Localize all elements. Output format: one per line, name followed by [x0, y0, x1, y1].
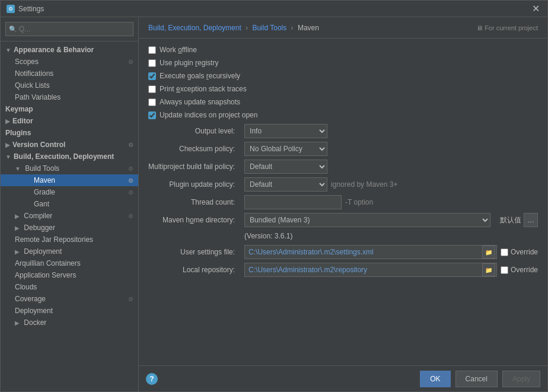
- window-title: Settings: [18, 5, 530, 13]
- local-repo-input[interactable]: [246, 263, 482, 277]
- output-level-control: Info Debug Error: [244, 124, 538, 138]
- use-plugin-registry-checkbox[interactable]: [148, 59, 156, 67]
- checksum-policy-control: No Global Policy Warn Fail Ignore: [244, 142, 538, 156]
- default-label: 默认值: [493, 215, 521, 225]
- update-indices-checkbox[interactable]: [148, 111, 156, 119]
- plugin-update-note: ignored by Maven 3+: [331, 180, 397, 189]
- sidebar-item-label: Gradle: [5, 188, 55, 196]
- use-plugin-registry-label: Use plugin registry: [160, 59, 218, 67]
- override-settings-label: Override: [511, 248, 538, 256]
- multiproject-select[interactable]: Default Never At End Immediately: [244, 160, 327, 174]
- sidebar-item-build-execution[interactable]: ▼ Build, Execution, Deployment: [1, 151, 138, 162]
- user-settings-override-checkbox[interactable]: [501, 248, 508, 256]
- multiproject-control: Default Never At End Immediately: [244, 160, 538, 174]
- local-repo-label: Local repository:: [148, 266, 240, 274]
- plugin-update-select[interactable]: Default Always Never Daily: [244, 177, 327, 192]
- sidebar-item-label: ▶ Deployment: [5, 247, 62, 256]
- local-repo-control: 📁 Override: [244, 263, 538, 277]
- sidebar-item-label: Scopes: [5, 58, 39, 66]
- breadcrumb: Build, Execution, Deployment › Build Too…: [139, 17, 547, 39]
- work-offline-label: Work offline: [160, 46, 197, 54]
- user-settings-override: Override: [501, 248, 538, 256]
- local-repo-override-checkbox[interactable]: [501, 266, 508, 274]
- sidebar-item-path-variables[interactable]: Path Variables: [1, 91, 138, 103]
- breadcrumb-part-1[interactable]: Build, Execution, Deployment: [148, 24, 241, 32]
- search-input[interactable]: [5, 22, 133, 36]
- for-current-project: 🖥 For current project: [476, 24, 538, 31]
- work-offline-checkbox[interactable]: [148, 46, 156, 54]
- local-repo-override: Override: [501, 266, 538, 274]
- thread-count-note: -T option: [345, 198, 373, 206]
- sidebar-item-app-servers[interactable]: Application Servers: [1, 269, 138, 281]
- gear-icon: ⚙: [128, 296, 133, 302]
- search-icon: 🔍: [9, 26, 17, 33]
- thread-count-input[interactable]: [244, 195, 342, 209]
- user-settings-input[interactable]: [246, 245, 482, 259]
- sidebar-item-label: ▶ Debugger: [5, 224, 55, 232]
- always-update-checkbox[interactable]: [148, 98, 156, 106]
- breadcrumb-part-2[interactable]: Build Tools: [252, 24, 286, 32]
- sidebar-item-arquillian[interactable]: Arquillian Containers: [1, 257, 138, 269]
- user-settings-path-container: 📁: [244, 245, 497, 259]
- close-button[interactable]: ✕: [530, 3, 541, 15]
- gear-icon: ⚙: [128, 142, 133, 148]
- chevron-right-icon: ▶: [15, 213, 20, 219]
- search-wrapper: 🔍: [5, 22, 133, 36]
- sidebar-item-label: Coverage: [5, 295, 46, 303]
- sidebar-item-keymap[interactable]: Keymap: [1, 103, 138, 115]
- maven-form-grid: Output level: Info Debug Error Checksum …: [148, 124, 538, 277]
- sidebar-item-notifications[interactable]: Notifications: [1, 68, 138, 79]
- gear-icon: ⚙: [128, 213, 133, 219]
- sidebar-item-plugins[interactable]: Plugins: [1, 127, 138, 139]
- sidebar-item-label: Keymap: [5, 105, 33, 113]
- output-level-select[interactable]: Info Debug Error: [244, 124, 327, 138]
- settings-window: ⚙ Settings ✕ 🔍 ▼ Appearance & Behavior: [0, 0, 548, 392]
- chevron-right-icon: ▶: [5, 118, 10, 125]
- user-settings-browse-button[interactable]: 📁: [482, 246, 495, 259]
- breadcrumb-text: Build, Execution, Deployment › Build Too…: [148, 24, 319, 32]
- help-button[interactable]: ?: [146, 373, 158, 385]
- sidebar-item-scopes[interactable]: Scopes ⚙: [1, 56, 138, 68]
- apply-button[interactable]: Apply: [502, 371, 540, 387]
- main-content: 🔍 ▼ Appearance & Behavior Scopes ⚙ Notif…: [1, 17, 547, 391]
- sidebar-item-compiler[interactable]: ▶ Compiler ⚙: [1, 210, 138, 222]
- sidebar-item-appearance[interactable]: ▼ Appearance & Behavior: [1, 44, 138, 56]
- sidebar-item-label: Quick Lists: [5, 81, 50, 90]
- ok-button[interactable]: OK: [420, 371, 450, 387]
- sidebar-item-clouds[interactable]: Clouds: [1, 281, 138, 293]
- execute-goals-checkbox[interactable]: [148, 72, 156, 80]
- cancel-button[interactable]: Cancel: [455, 371, 498, 387]
- maven-home-browse-button[interactable]: …: [524, 213, 538, 227]
- always-update-row: Always update snapshots: [148, 98, 538, 106]
- always-update-label: Always update snapshots: [160, 98, 240, 106]
- sidebar-item-docker[interactable]: ▶ Docker: [1, 317, 138, 329]
- sidebar-item-quick-lists[interactable]: Quick Lists: [1, 79, 138, 91]
- sidebar-item-deployment2[interactable]: Deployment: [1, 305, 138, 317]
- override-repo-label: Override: [511, 266, 538, 274]
- app-icon: ⚙: [7, 5, 15, 13]
- update-indices-row: Update indices on project open: [148, 111, 538, 119]
- checksum-policy-select[interactable]: No Global Policy Warn Fail Ignore: [244, 142, 327, 156]
- sidebar-item-build-tools[interactable]: ▼ Build Tools ⚙: [1, 162, 138, 174]
- sidebar-item-maven[interactable]: Maven ⚙: [1, 174, 138, 186]
- sidebar-item-remote-jar[interactable]: Remote Jar Repositories: [1, 234, 138, 246]
- chevron-right-icon: ▶: [15, 248, 20, 255]
- checksum-policy-label: Checksum policy:: [148, 145, 240, 153]
- sidebar-item-editor[interactable]: ▶ Editor: [1, 115, 138, 127]
- sidebar-item-label: Clouds: [5, 283, 37, 291]
- maven-home-select[interactable]: Bundled (Maven 3): [244, 213, 490, 227]
- right-panel: Build, Execution, Deployment › Build Too…: [139, 17, 547, 391]
- sidebar-item-gant[interactable]: Gant: [1, 198, 138, 210]
- sidebar-item-label: Arquillian Containers: [5, 259, 81, 267]
- print-exception-checkbox[interactable]: [148, 85, 156, 93]
- local-repo-browse-button[interactable]: 📁: [482, 263, 495, 276]
- sidebar-item-version-control[interactable]: ▶ Version Control ⚙: [1, 139, 138, 151]
- sidebar-item-label: ▶ Compiler: [5, 212, 52, 220]
- sidebar-item-coverage[interactable]: Coverage ⚙: [1, 293, 138, 305]
- sidebar-item-gradle[interactable]: Gradle ⚙: [1, 186, 138, 198]
- sidebar-item-debugger[interactable]: ▶ Debugger: [1, 222, 138, 234]
- breadcrumb-separator: ›: [291, 24, 295, 32]
- sidebar-item-deployment[interactable]: ▶ Deployment: [1, 246, 138, 257]
- chevron-down-icon: ▼: [5, 47, 11, 53]
- print-exception-label: Print exception stack traces: [160, 85, 247, 93]
